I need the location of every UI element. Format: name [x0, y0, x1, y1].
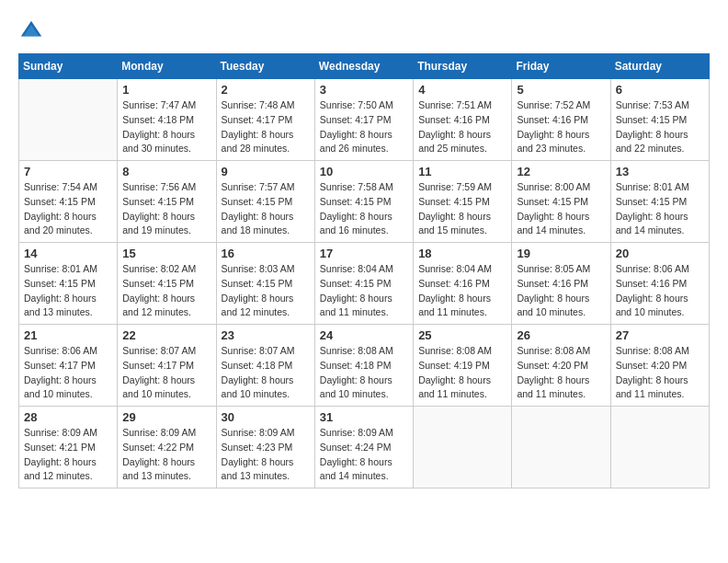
calendar-cell: 26 Sunrise: 8:08 AMSunset: 4:20 PMDaylig… — [512, 325, 610, 407]
calendar-cell: 1 Sunrise: 7:47 AMSunset: 4:18 PMDayligh… — [118, 79, 216, 161]
day-number: 5 — [517, 83, 605, 97]
calendar-cell: 2 Sunrise: 7:48 AMSunset: 4:17 PMDayligh… — [216, 79, 314, 161]
calendar-cell: 18 Sunrise: 8:04 AMSunset: 4:16 PMDaylig… — [414, 243, 512, 325]
day-number: 29 — [122, 410, 210, 424]
calendar-cell: 9 Sunrise: 7:57 AMSunset: 4:15 PMDayligh… — [216, 161, 314, 243]
header-day: Monday — [118, 54, 216, 79]
header-day: Friday — [512, 54, 610, 79]
day-info: Sunrise: 8:09 AMSunset: 4:22 PMDaylight:… — [122, 426, 210, 484]
calendar-cell: 31 Sunrise: 8:09 AMSunset: 4:24 PMDaylig… — [314, 407, 413, 488]
day-info: Sunrise: 7:53 AMSunset: 4:15 PMDaylight:… — [616, 98, 704, 156]
calendar-cell: 3 Sunrise: 7:50 AMSunset: 4:17 PMDayligh… — [314, 79, 413, 161]
day-info: Sunrise: 8:08 AMSunset: 4:20 PMDaylight:… — [616, 344, 704, 402]
day-number: 11 — [418, 165, 506, 178]
day-info: Sunrise: 8:01 AMSunset: 4:15 PMDaylight:… — [616, 180, 704, 238]
calendar-header: SundayMondayTuesdayWednesdayThursdayFrid… — [19, 54, 710, 79]
day-info: Sunrise: 8:05 AMSunset: 4:16 PMDaylight:… — [517, 262, 605, 320]
day-info: Sunrise: 7:52 AMSunset: 4:16 PMDaylight:… — [517, 98, 605, 156]
day-number: 2 — [222, 83, 310, 97]
calendar-table: SundayMondayTuesdayWednesdayThursdayFrid… — [18, 53, 710, 488]
calendar-week-row: 1 Sunrise: 7:47 AMSunset: 4:18 PMDayligh… — [19, 79, 710, 161]
calendar-cell: 10 Sunrise: 7:58 AMSunset: 4:15 PMDaylig… — [314, 161, 413, 243]
calendar-cell — [610, 407, 709, 488]
calendar-cell: 13 Sunrise: 8:01 AMSunset: 4:15 PMDaylig… — [610, 161, 709, 243]
day-number: 10 — [320, 165, 408, 178]
day-number: 7 — [24, 165, 112, 178]
header-day: Sunday — [19, 54, 118, 79]
day-number: 18 — [418, 247, 506, 260]
day-info: Sunrise: 8:02 AMSunset: 4:15 PMDaylight:… — [122, 262, 210, 320]
header-day: Wednesday — [314, 54, 413, 79]
calendar-cell: 15 Sunrise: 8:02 AMSunset: 4:15 PMDaylig… — [118, 243, 216, 325]
calendar-cell: 28 Sunrise: 8:09 AMSunset: 4:21 PMDaylig… — [19, 407, 118, 488]
calendar-cell: 24 Sunrise: 8:08 AMSunset: 4:18 PMDaylig… — [314, 325, 413, 407]
day-info: Sunrise: 8:04 AMSunset: 4:15 PMDaylight:… — [320, 262, 408, 320]
calendar-cell: 20 Sunrise: 8:06 AMSunset: 4:16 PMDaylig… — [610, 243, 709, 325]
calendar-cell — [19, 79, 118, 161]
day-number: 30 — [222, 410, 310, 424]
calendar-body: 1 Sunrise: 7:47 AMSunset: 4:18 PMDayligh… — [19, 79, 710, 488]
day-info: Sunrise: 8:08 AMSunset: 4:18 PMDaylight:… — [320, 344, 408, 402]
header-day: Thursday — [414, 54, 512, 79]
day-number: 16 — [222, 247, 310, 260]
day-number: 27 — [616, 328, 704, 342]
day-number: 4 — [418, 83, 506, 97]
calendar-cell: 23 Sunrise: 8:07 AMSunset: 4:18 PMDaylig… — [216, 325, 314, 407]
day-number: 31 — [320, 410, 408, 424]
day-number: 20 — [616, 247, 704, 260]
calendar-cell: 21 Sunrise: 8:06 AMSunset: 4:17 PMDaylig… — [19, 325, 118, 407]
header — [18, 18, 710, 44]
calendar-cell: 17 Sunrise: 8:04 AMSunset: 4:15 PMDaylig… — [314, 243, 413, 325]
day-info: Sunrise: 8:09 AMSunset: 4:23 PMDaylight:… — [222, 426, 310, 484]
calendar-cell: 14 Sunrise: 8:01 AMSunset: 4:15 PMDaylig… — [19, 243, 118, 325]
day-number: 14 — [24, 247, 112, 260]
day-number: 22 — [122, 328, 210, 342]
calendar-cell: 19 Sunrise: 8:05 AMSunset: 4:16 PMDaylig… — [512, 243, 610, 325]
day-number: 15 — [122, 247, 210, 260]
calendar-cell: 30 Sunrise: 8:09 AMSunset: 4:23 PMDaylig… — [216, 407, 314, 488]
day-info: Sunrise: 7:58 AMSunset: 4:15 PMDaylight:… — [320, 180, 408, 238]
day-info: Sunrise: 8:08 AMSunset: 4:19 PMDaylight:… — [418, 344, 506, 402]
logo — [18, 18, 48, 44]
day-number: 13 — [616, 165, 704, 178]
day-info: Sunrise: 7:51 AMSunset: 4:16 PMDaylight:… — [418, 98, 506, 156]
header-day: Saturday — [610, 54, 709, 79]
day-info: Sunrise: 8:06 AMSunset: 4:17 PMDaylight:… — [24, 344, 112, 402]
day-info: Sunrise: 8:08 AMSunset: 4:20 PMDaylight:… — [517, 344, 605, 402]
day-number: 25 — [418, 328, 506, 342]
day-info: Sunrise: 8:03 AMSunset: 4:15 PMDaylight:… — [222, 262, 310, 320]
calendar-cell: 16 Sunrise: 8:03 AMSunset: 4:15 PMDaylig… — [216, 243, 314, 325]
calendar-cell: 29 Sunrise: 8:09 AMSunset: 4:22 PMDaylig… — [118, 407, 216, 488]
day-number: 24 — [320, 328, 408, 342]
calendar-week-row: 14 Sunrise: 8:01 AMSunset: 4:15 PMDaylig… — [19, 243, 710, 325]
day-number: 23 — [222, 328, 310, 342]
day-number: 9 — [222, 165, 310, 178]
day-info: Sunrise: 7:50 AMSunset: 4:17 PMDaylight:… — [320, 98, 408, 156]
day-number: 21 — [24, 328, 112, 342]
day-number: 26 — [517, 328, 605, 342]
day-info: Sunrise: 8:09 AMSunset: 4:24 PMDaylight:… — [320, 426, 408, 484]
day-info: Sunrise: 7:48 AMSunset: 4:17 PMDaylight:… — [222, 98, 310, 156]
day-number: 1 — [122, 83, 210, 97]
calendar-cell — [512, 407, 610, 488]
calendar-cell: 4 Sunrise: 7:51 AMSunset: 4:16 PMDayligh… — [414, 79, 512, 161]
calendar-cell: 12 Sunrise: 8:00 AMSunset: 4:15 PMDaylig… — [512, 161, 610, 243]
day-info: Sunrise: 8:07 AMSunset: 4:17 PMDaylight:… — [122, 344, 210, 402]
day-info: Sunrise: 8:09 AMSunset: 4:21 PMDaylight:… — [24, 426, 112, 484]
calendar-cell: 5 Sunrise: 7:52 AMSunset: 4:16 PMDayligh… — [512, 79, 610, 161]
calendar-cell: 11 Sunrise: 7:59 AMSunset: 4:15 PMDaylig… — [414, 161, 512, 243]
calendar-week-row: 21 Sunrise: 8:06 AMSunset: 4:17 PMDaylig… — [19, 325, 710, 407]
header-row: SundayMondayTuesdayWednesdayThursdayFrid… — [19, 54, 710, 79]
day-info: Sunrise: 7:47 AMSunset: 4:18 PMDaylight:… — [122, 98, 210, 156]
day-number: 3 — [320, 83, 408, 97]
logo-icon — [18, 18, 44, 44]
calendar-cell — [414, 407, 512, 488]
day-info: Sunrise: 7:57 AMSunset: 4:15 PMDaylight:… — [222, 180, 310, 238]
calendar-cell: 7 Sunrise: 7:54 AMSunset: 4:15 PMDayligh… — [19, 161, 118, 243]
day-number: 28 — [24, 410, 112, 424]
day-number: 19 — [517, 247, 605, 260]
calendar-cell: 22 Sunrise: 8:07 AMSunset: 4:17 PMDaylig… — [118, 325, 216, 407]
day-number: 12 — [517, 165, 605, 178]
day-info: Sunrise: 8:01 AMSunset: 4:15 PMDaylight:… — [24, 262, 112, 320]
calendar-cell: 8 Sunrise: 7:56 AMSunset: 4:15 PMDayligh… — [118, 161, 216, 243]
